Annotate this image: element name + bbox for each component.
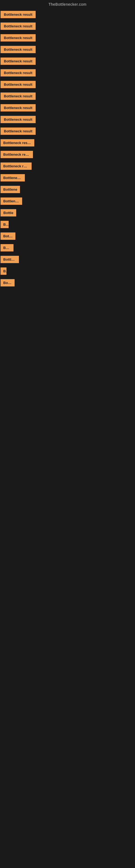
button-row-18: Bottle [0,207,135,219]
bottleneck-result-button-6[interactable]: Bottleneck result [1,69,36,76]
button-row-17: Bottleneck [0,195,135,207]
button-row-10: Bottleneck result [0,114,135,125]
bottleneck-result-button-23[interactable]: B [1,268,6,275]
bottleneck-result-button-22[interactable]: Bottlene [1,256,19,263]
bottleneck-result-button-13[interactable]: Bottleneck result [1,151,33,158]
bottleneck-result-button-18[interactable]: Bottle [1,209,16,216]
bottleneck-result-button-14[interactable]: Bottleneck result [1,162,32,170]
bottleneck-result-button-19[interactable]: Bo [1,221,9,228]
bottleneck-result-button-20[interactable]: Bottler [1,232,15,240]
button-row-20: Bottler [0,230,135,242]
button-row-21: Bottl [0,242,135,254]
button-row-16: Bottlene [0,184,135,195]
bottleneck-result-button-24[interactable]: Bottle [1,279,14,286]
button-row-8: Bottleneck result [0,90,135,102]
bottleneck-result-button-2[interactable]: Bottleneck result [1,23,36,30]
bottleneck-result-button-11[interactable]: Bottleneck result [1,127,36,135]
bottleneck-result-button-12[interactable]: Bottleneck result [1,139,34,147]
button-row-2: Bottleneck result [0,20,135,32]
button-row-1: Bottleneck result [0,9,135,20]
button-row-3: Bottleneck result [0,32,135,44]
bottleneck-result-button-9[interactable]: Bottleneck result [1,104,36,112]
site-title: TheBottlenecker.com [0,0,135,9]
button-row-15: Bottleneck r [0,172,135,184]
button-row-5: Bottleneck result [0,55,135,67]
button-row-11: Bottleneck result [0,125,135,137]
button-row-7: Bottleneck result [0,79,135,90]
button-row-19: Bo [0,219,135,230]
bottleneck-result-button-7[interactable]: Bottleneck result [1,81,36,88]
button-row-4: Bottleneck result [0,44,135,55]
bottleneck-result-button-17[interactable]: Bottleneck [1,197,22,205]
button-row-23: B [0,265,135,277]
button-row-24: Bottle [0,277,135,289]
button-row-14: Bottleneck result [0,160,135,172]
bottleneck-result-button-8[interactable]: Bottleneck result [1,93,36,100]
bottleneck-result-button-15[interactable]: Bottleneck r [1,174,25,182]
bottleneck-result-button-21[interactable]: Bottl [1,244,13,251]
bottleneck-result-button-5[interactable]: Bottleneck result [1,58,36,65]
button-row-9: Bottleneck result [0,102,135,114]
bottleneck-result-button-16[interactable]: Bottlene [1,186,20,193]
button-row-22: Bottlene [0,254,135,265]
bottleneck-result-button-10[interactable]: Bottleneck result [1,116,36,123]
bottleneck-result-button-1[interactable]: Bottleneck result [1,11,36,18]
button-row-6: Bottleneck result [0,67,135,79]
button-row-12: Bottleneck result [0,137,135,149]
bottleneck-result-button-3[interactable]: Bottleneck result [1,34,36,41]
bottleneck-result-button-4[interactable]: Bottleneck result [1,46,36,53]
button-row-13: Bottleneck result [0,149,135,160]
